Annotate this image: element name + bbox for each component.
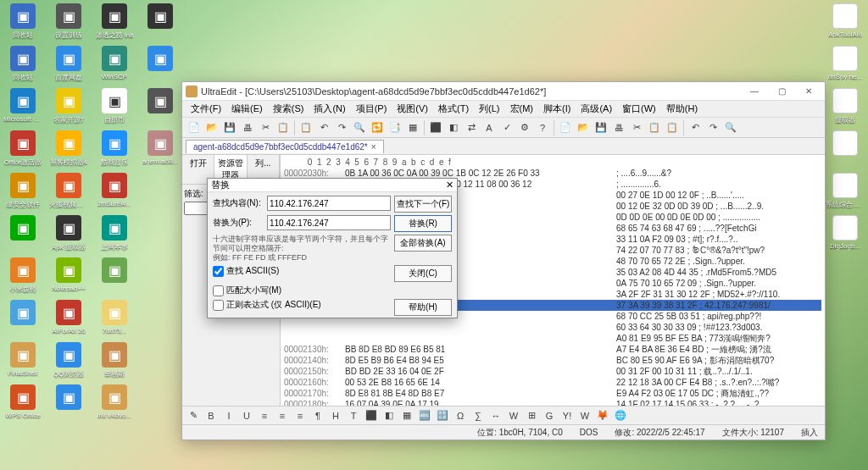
toolbar-button[interactable]: ⚙ [516,119,533,136]
menu-item[interactable]: 帮助(H) [661,101,703,117]
help-button[interactable]: 帮助(H) [394,299,452,316]
desktop-icon[interactable]: ▣ApkToolAid [826,3,865,44]
toolbar-button[interactable]: ↷ [333,119,350,136]
toolbar-button[interactable]: ✎ [185,407,202,424]
toolbar-button[interactable]: ↶ [315,119,332,136]
desktop-icon[interactable]: ▣幸福斯 [95,342,134,383]
menu-item[interactable]: 列(L) [474,101,504,117]
replace-input[interactable] [267,215,391,230]
toolbar-button[interactable]: ▦ [398,407,415,424]
close-button[interactable]: ✕ [796,84,821,99]
toolbar-button[interactable]: W [505,407,522,424]
toolbar-button[interactable]: 🔡 [434,407,451,424]
menu-item[interactable]: 文件(F) [186,101,226,117]
desktop-icon[interactable]: ▣ [49,384,88,425]
toolbar-button[interactable]: 📄 [186,119,203,136]
toolbar-button[interactable]: ✂ [257,119,274,136]
toolbar-button[interactable]: ↔ [487,407,504,424]
regex-checkbox[interactable] [213,300,224,311]
desktop-icon[interactable]: ▣ [3,300,42,340]
desktop-icon[interactable]: ▣Microsoft Edge [3,88,42,129]
toolbar-button[interactable]: 📋 [275,119,292,136]
toolbar-button[interactable]: ↷ [704,119,721,136]
toolbar-button[interactable]: ✂ [628,119,645,136]
menu-item[interactable]: 插入(N) [309,101,350,117]
desktop-icon[interactable]: ▣WinSCP [95,46,134,86]
desktop-icon[interactable]: ▣设置训练 [49,3,88,44]
desktop-icon[interactable]: ▣JfbSun94... [95,173,134,213]
toolbar-button[interactable]: G [541,407,558,424]
desktop-icon[interactable]: ▣酷我音乐 [95,130,134,171]
toolbar-button[interactable]: ≡ [292,407,309,424]
toolbar-button[interactable]: U [238,407,255,424]
desktop-icon[interactable]: ▣自原币 [95,88,134,129]
toolbar-button[interactable]: ¶ [309,407,326,424]
desktop-icon[interactable]: ▣ [3,215,42,256]
toolbar-button[interactable]: 🔁 [369,119,386,136]
find-input[interactable] [267,196,391,211]
close-tab-icon[interactable]: × [371,142,376,152]
maximize-button[interactable]: ▢ [769,84,794,99]
match-case-checkbox[interactable] [213,285,224,296]
toolbar-button[interactable]: 📋 [664,119,681,136]
toolbar-button[interactable]: 📋 [646,119,663,136]
desktop-icon[interactable]: ▣黑客模拟器4 [49,130,88,171]
desktop-icon[interactable]: ▣7dd73... [95,300,134,340]
toolbar-button[interactable]: 📋 [298,119,314,136]
document-tab[interactable]: agent-a68dcd5d9e7bbf3ec0d5cddb447e1d62*× [186,140,384,153]
minimize-button[interactable]: — [742,84,767,99]
toolbar-button[interactable]: 📂 [203,119,220,136]
toolbar-button[interactable]: ◧ [445,119,462,136]
desktop-icon[interactable]: ▣ [95,257,134,298]
toolbar-button[interactable]: 📑 [387,119,403,136]
menu-item[interactable]: 视图(V) [392,101,433,117]
toolbar-button[interactable]: ▦ [404,119,421,136]
menu-item[interactable]: 窗口(W) [617,101,661,117]
desktop-icon[interactable]: ▣QQ浏览器 [49,342,88,383]
toolbar-button[interactable]: 🖶 [239,119,256,136]
toolbar-button[interactable]: 🔍 [351,119,368,136]
desktop-icon[interactable]: ▣Office激活器 [3,130,42,171]
toolbar-button[interactable]: ≡ [256,407,273,424]
desktop-icon[interactable]: ▣小米拨铃 [3,257,42,298]
desktop-icon[interactable]: ▣Notepad++ [49,257,88,298]
replaceall-button[interactable]: 全部替换(A) [394,235,452,252]
menu-item[interactable]: 搜索(S) [268,101,309,117]
toolbar-button[interactable]: 🔍 [722,119,739,136]
toolbar-button[interactable]: T [345,407,362,424]
dialog-close-icon[interactable]: ✕ [446,180,453,191]
toolbar-button[interactable]: 🌐 [612,407,629,424]
desktop-icon[interactable]: ▣回收站 [3,3,42,44]
desktop-icon[interactable]: ▣回收站 [3,46,42,86]
desktop-icon[interactable]: ▣上网本事 [95,215,134,256]
desktop-icon[interactable]: ▣提取器 [826,88,865,129]
toolbar-button[interactable]: Ω [452,407,469,424]
desktop-icon[interactable]: ▣百度网盘 [49,46,88,86]
desktop-icon[interactable]: ▣WPS Office [3,384,42,425]
desktop-icon[interactable]: ▣系统综合工具 [826,173,865,213]
menu-item[interactable]: 编辑(E) [226,101,268,117]
toolbar-button[interactable]: ⇄ [463,119,480,136]
desktop-icon[interactable]: ▣ [141,88,180,129]
menu-item[interactable]: 格式(T) [433,101,474,117]
desktop-icon[interactable]: ▣FinalShell [3,342,42,383]
toolbar-button[interactable]: ∑ [470,407,487,424]
toolbar-button[interactable]: H [327,407,344,424]
toolbar-button[interactable]: 📄 [557,119,574,136]
toolbar-button[interactable]: ◧ [381,407,398,424]
desktop-icon[interactable]: ▣火狐视频高速 [49,173,88,213]
toolbar-button[interactable]: ⬛ [363,407,380,424]
desktop-icon[interactable]: ▣dnSpy ne... [826,46,865,86]
desktop-icon[interactable]: ▣ [141,3,180,44]
toolbar-button[interactable]: 💾 [221,119,238,136]
desktop-icon[interactable]: ▣ [826,130,865,171]
desktop-icon[interactable]: ▣Apk 提取器 [49,215,88,256]
toolbar-button[interactable]: ⬛ [427,119,444,136]
toolbar-button[interactable]: 💾 [593,119,609,136]
findnext-button[interactable]: 查找下一个(F) [394,196,452,213]
desktop-icon[interactable]: ▣agent-a68... [141,130,180,171]
toolbar-button[interactable]: ≡ [274,407,291,424]
toolbar-button[interactable]: B [203,407,220,424]
desktop-icon[interactable]: ▣名家开源T [49,88,88,129]
toolbar-button[interactable]: A [481,119,498,136]
